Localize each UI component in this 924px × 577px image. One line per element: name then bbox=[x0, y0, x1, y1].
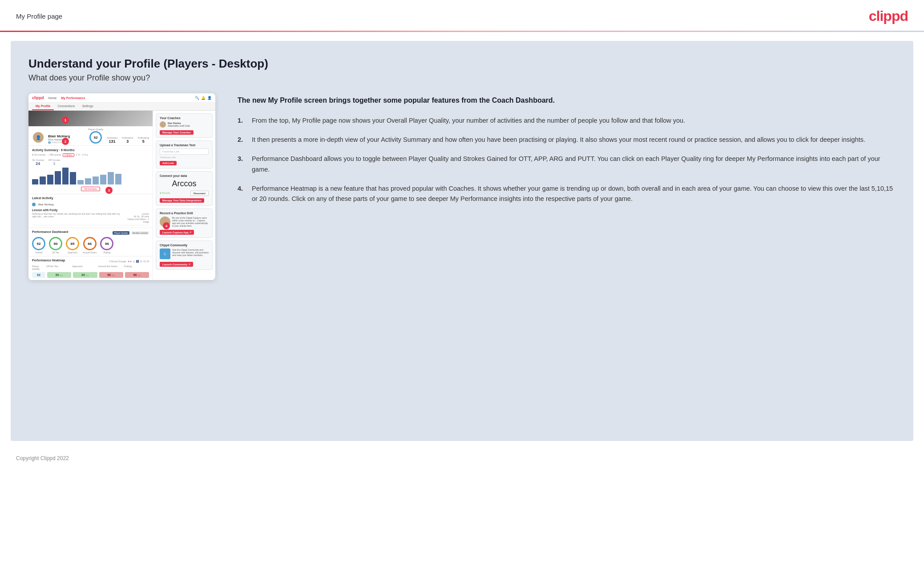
mock-connect-title: Connect your data bbox=[160, 174, 209, 177]
list-num-2: 2. bbox=[238, 135, 246, 145]
mock-toggle-strokes[interactable]: Strokes Gained bbox=[131, 231, 149, 235]
description-text-4: Performance Heatmap is a new feature tha… bbox=[252, 184, 896, 204]
mock-following-value: 5 bbox=[138, 139, 149, 144]
mock-lesson-details: Nothing to feel like my hands are workin… bbox=[32, 212, 149, 223]
mock-trackman-subtext: Trackman Link bbox=[160, 156, 209, 159]
mock-community-img: C bbox=[160, 248, 170, 259]
mock-disconnect-btn[interactable]: Disconnect bbox=[190, 191, 209, 196]
mock-bar-9 bbox=[93, 176, 99, 184]
description-item-4: 4. Performance Heatmap is a new feature … bbox=[238, 184, 896, 204]
mock-search-icon: 🔍 bbox=[195, 96, 199, 100]
description-text-1: From the top, My Profile page now shows … bbox=[252, 116, 685, 126]
mock-heatmap-cell-offtee: 90 ↓↓ bbox=[47, 272, 71, 278]
top-divider bbox=[0, 31, 924, 32]
mock-heatmap-cell-approach: 85 ↓↓ bbox=[73, 272, 97, 278]
mock-bar-1 bbox=[32, 179, 38, 184]
mock-lesson-media: Videos and Videos · 1 image bbox=[126, 218, 149, 223]
mock-ring-putting: 96 Putting bbox=[100, 237, 113, 254]
mock-activities-value: 131 bbox=[107, 139, 117, 144]
mock-quality-value: 92 bbox=[94, 136, 98, 140]
mock-ring-around-green: 86 Around Green bbox=[83, 237, 97, 254]
logo: clippd bbox=[869, 8, 908, 24]
mock-heatmap-label: 5 Round Change: bbox=[109, 260, 126, 263]
mock-ring-approach-circle: 85 bbox=[66, 237, 79, 250]
mock-nav-performance: My Performance bbox=[61, 96, 85, 100]
mock-tab-connections[interactable]: Connections bbox=[54, 103, 78, 110]
mock-community-text: Visit the Clippd Community and discover … bbox=[172, 248, 209, 259]
mock-lesson-title: Lesson with Fordy bbox=[32, 208, 149, 212]
mock-on-course-stat: On Course 24 bbox=[32, 159, 44, 166]
mock-launch-community-btn[interactable]: Launch Community ↗ bbox=[160, 262, 193, 267]
mock-coaches-panel: Your Coaches Dan Davies Abernethy Golf C… bbox=[156, 113, 213, 138]
mock-followers-stat: Followers 3 bbox=[122, 136, 133, 144]
mock-avatar-container: 👤 bbox=[32, 131, 44, 144]
mock-toggle-quality[interactable]: Player Quality bbox=[113, 231, 129, 235]
mock-heatmap-putting-label: Putting bbox=[124, 265, 149, 270]
description-item-3: 3. Performance Dashboard allows you to t… bbox=[238, 154, 896, 174]
mock-manage-coaches-btn[interactable]: Manage Your Coaches bbox=[160, 130, 194, 135]
mock-all-activities-btn[interactable]: All Activities bbox=[32, 187, 149, 191]
mock-rounds-15[interactable]: 15 bbox=[143, 260, 146, 263]
mock-latest-activity: Latest Activity Blair McHarg Lesson with… bbox=[28, 194, 153, 228]
mock-ring-around-green-label: Around Green bbox=[83, 251, 97, 254]
mock-perf-rings: 92 Overall 90 Off Tee 85 Approach bbox=[32, 237, 149, 254]
mock-activity-dot-1 bbox=[32, 203, 36, 206]
mock-heatmap-cell-putting: 96 ↓↓ bbox=[125, 272, 149, 278]
mock-perf-title: Performance Dashboard bbox=[32, 230, 68, 233]
section-title: Understand your Profile (Players - Deskt… bbox=[28, 57, 896, 71]
mock-rounds-10[interactable]: 10 bbox=[140, 260, 142, 263]
mock-coaches-title: Your Coaches bbox=[160, 116, 209, 120]
mock-bar-2 bbox=[40, 176, 46, 184]
annotation-1: 1 bbox=[62, 116, 69, 124]
mock-bar-12 bbox=[115, 174, 121, 184]
mock-ring-putting-label: Putting bbox=[100, 251, 113, 254]
mock-tab-profile[interactable]: My Profile bbox=[32, 103, 54, 110]
mock-arccos-logo-area: Arccos bbox=[160, 179, 209, 188]
annotation-2: 2 bbox=[62, 138, 69, 145]
mock-manage-integrations-btn[interactable]: Manage Your Data Integrations bbox=[160, 198, 204, 203]
mock-screenshot: 1 2 3 4 clippd Home My Performance 🔍 🔔 👤 bbox=[28, 93, 215, 280]
mock-practice-title: Record a Practice Drill bbox=[160, 212, 209, 215]
mock-side-col: Your Coaches Dan Davies Abernethy Golf C… bbox=[153, 111, 215, 280]
mock-perf-toggle: Player Quality Strokes Gained bbox=[113, 231, 149, 235]
description-intro: The new My Profile screen brings togethe… bbox=[238, 95, 896, 106]
mock-main-col: 👤 Blair McHarg Plus Handicap 🌍 United Ki… bbox=[28, 111, 153, 280]
mock-trend-up: ▲ bbox=[133, 260, 135, 263]
annotation-3: 3 bbox=[105, 187, 113, 194]
mock-heatmap-approach-label: Approach bbox=[72, 265, 97, 270]
mock-launch-app-btn[interactable]: Launch Capture App ↗ bbox=[160, 230, 194, 235]
mock-activity-item-1: Blair McHarg bbox=[32, 201, 149, 208]
mock-heatmap-rounds: 5 Round Change: ▼▼ ▲ 5 10 15 20 bbox=[109, 260, 149, 263]
mock-heatmap-quality-label: Player Quality bbox=[32, 265, 45, 270]
mock-quality-label: Player Quality bbox=[88, 128, 103, 131]
mock-add-btn[interactable]: Add Link bbox=[160, 161, 177, 165]
mock-latest-header: Latest Activity bbox=[32, 196, 149, 200]
mock-ring-overall-label: Overall bbox=[32, 251, 45, 254]
mock-coach-avatar bbox=[160, 121, 166, 128]
mock-arccos-status: ● Arccos bbox=[160, 192, 170, 194]
mock-activity-stats: On Course 24 Off Course 3 bbox=[32, 159, 149, 166]
mock-bar-11 bbox=[108, 172, 114, 184]
mock-logo: clippd bbox=[32, 96, 44, 100]
mock-off-course-stat: Off Course 3 bbox=[48, 159, 61, 166]
mock-performance-heatmap: Performance Heatmap 5 Round Change: ▼▼ ▲… bbox=[28, 256, 153, 280]
mock-bar-3 bbox=[47, 175, 53, 184]
mock-nav: Home My Performance bbox=[48, 96, 85, 100]
mock-tab-settings[interactable]: Settings bbox=[78, 103, 97, 110]
mock-trackman-input[interactable]: Trackman Link bbox=[160, 148, 209, 155]
mock-lesson-text: Nothing to feel like my hands are workin… bbox=[32, 212, 122, 223]
mock-app-header: clippd Home My Performance 🔍 🔔 👤 bbox=[28, 93, 215, 103]
mock-cover-photo bbox=[28, 111, 153, 126]
mock-rounds-20[interactable]: 20 bbox=[146, 260, 149, 263]
mock-lesson-meta: Lesson 0h 1h · 30 mins Videos and Videos… bbox=[126, 212, 149, 223]
mock-ring-offtee: 90 Off Tee bbox=[49, 237, 62, 254]
mock-heatmap-green-label: Around the Green bbox=[98, 265, 123, 270]
mock-profile-row: 👤 Blair McHarg Plus Handicap 🌍 United Ki… bbox=[28, 126, 153, 146]
section-subtitle: What does your Profile show you? bbox=[28, 73, 896, 83]
mock-lesson-entry: Lesson with Fordy Nothing to feel like m… bbox=[32, 208, 149, 225]
mock-rounds-5[interactable]: 5 bbox=[136, 260, 139, 263]
mock-practice-text: Be one of the Clippd Capture users withi… bbox=[172, 216, 209, 227]
mock-activity-header: Activity Summary · 6 Months bbox=[32, 148, 149, 152]
mock-community-panel: Clippd Community C Visit the Clippd Comm… bbox=[156, 240, 213, 270]
mock-activity-text-1: Blair McHarg bbox=[38, 203, 54, 206]
